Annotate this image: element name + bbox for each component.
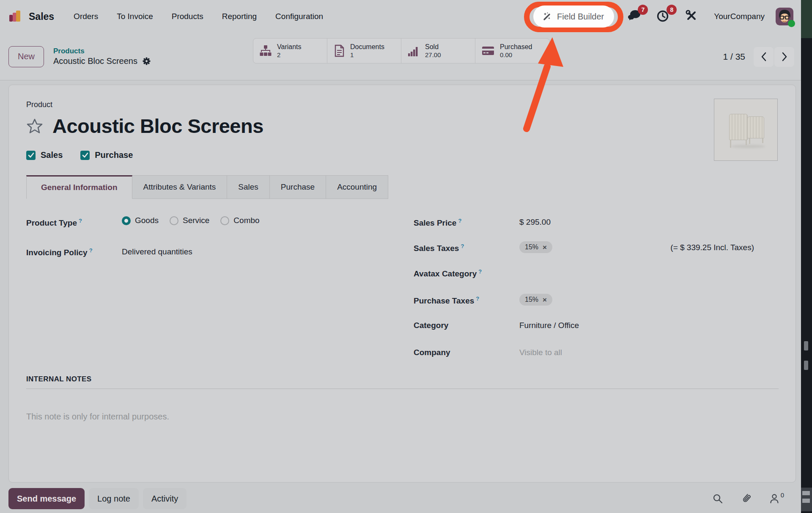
tax-included-note: (= $ 339.25 Incl. Taxes) [670,243,754,252]
checkbox-checked-icon [26,151,36,160]
help-icon[interactable]: ? [79,218,82,224]
label-text: Product Type [26,218,77,227]
tag-label: 15% [525,243,538,251]
new-button[interactable]: New [8,46,44,67]
radio-unselected-icon [170,216,178,225]
checkbox-label: Purchase [95,150,133,160]
nav-orders[interactable]: Orders [74,12,98,21]
sales-tax-tag[interactable]: 15% × [519,241,552,253]
stat-value: 27.00 [425,51,441,58]
topbar-right: Field Builder 7 8 [533,6,793,28]
send-message-button[interactable]: Send message [8,488,85,509]
breadcrumb-parent[interactable]: Products [53,47,151,55]
apps-menu-icon[interactable] [8,9,23,24]
tag-remove-icon[interactable]: × [543,296,547,303]
stat-label: Purchased [500,43,532,51]
stat-label: Documents [350,43,384,51]
followers-button[interactable]: 0 [769,493,784,504]
activity-button[interactable]: Activity [143,488,187,509]
internal-notes-heading: INTERNAL NOTES [26,375,779,383]
field-label-company: Company [414,346,519,357]
pager-previous-button[interactable] [754,47,774,67]
general-information-panel: Product Type? Goods Service [26,216,779,356]
help-icon[interactable]: ? [461,243,464,249]
app-name[interactable]: Sales [29,11,54,22]
nav-to-invoice[interactable]: To Invoice [117,12,153,21]
favorite-star-icon[interactable] [26,118,43,135]
label-text: Sales Taxes [414,244,459,253]
tab-purchase[interactable]: Purchase [270,175,326,199]
purchase-tax-tag[interactable]: 15% × [519,294,552,306]
company-name[interactable]: YourCompany [714,12,765,21]
user-avatar[interactable] [776,8,793,25]
nav-reporting[interactable]: Reporting [222,12,257,21]
paperclip-icon [740,493,752,505]
stat-button-sold[interactable]: Sold 27.00 [401,39,475,63]
debug-tools-button[interactable] [685,9,698,24]
document-icon [333,44,345,57]
field-label-avatax-category: Avatax Category? [414,267,519,279]
messages-button[interactable]: 7 [627,9,641,24]
product-name-field[interactable]: Acoustic Bloc Screens [52,114,263,138]
tab-accounting[interactable]: Accounting [326,175,388,199]
activities-badge: 8 [667,5,677,15]
stat-button-documents[interactable]: Documents 1 [327,39,401,63]
label-text: Company [414,348,450,357]
radio-selected-icon [122,216,131,225]
follower-person-icon [769,493,780,504]
attach-files-button[interactable] [740,493,752,505]
field-label-sales-price: Sales Price? [414,216,519,228]
activities-button[interactable]: 8 [656,9,670,24]
stat-value: 0.00 [500,51,532,58]
internal-notes-editor[interactable]: This note is only for internal purposes. [26,412,779,422]
messages-badge: 7 [638,5,648,15]
product-image[interactable] [714,99,778,161]
help-icon[interactable]: ? [458,218,461,224]
radio-combo[interactable]: Combo [220,216,259,225]
gear-icon[interactable] [143,57,151,65]
pager-counter: 1 / 35 [723,52,745,62]
field-builder-label: Field Builder [557,12,604,22]
page: Sales Orders To Invoice Products Reporti… [0,0,812,513]
tag-remove-icon[interactable]: × [543,244,547,251]
chevron-left-icon [760,52,768,62]
field-builder-button[interactable]: Field Builder [533,6,614,28]
radio-label: Combo [233,216,259,225]
help-icon[interactable]: ? [478,268,482,275]
nav-configuration[interactable]: Configuration [275,12,323,21]
sales-price-value[interactable]: $ 295.00 [519,216,551,227]
help-icon[interactable]: ? [89,247,93,254]
category-value[interactable]: Furniture / Office [519,319,579,330]
checkbox-purchase[interactable]: Purchase [80,150,133,160]
background-window-edge [801,0,812,513]
field-label-purchase-taxes: Purchase Taxes? [414,294,519,306]
radio-label: Goods [135,216,159,225]
field-label-invoicing-policy: Invoicing Policy? [26,245,122,257]
checkbox-sales[interactable]: Sales [26,150,63,160]
stat-button-purchased[interactable]: Purchased 0.00 [475,39,549,63]
search-messages-button[interactable] [712,493,723,504]
radio-goods[interactable]: Goods [122,216,159,225]
invoicing-policy-value[interactable]: Delivered quantities [122,245,192,256]
nav-products[interactable]: Products [172,12,203,21]
pager-next-button[interactable] [774,47,794,67]
tab-sales[interactable]: Sales [227,175,270,199]
radio-service[interactable]: Service [170,216,209,225]
help-icon[interactable]: ? [476,295,479,302]
field-label-sales-taxes: Sales Taxes? [414,241,519,253]
odoo-window: Sales Orders To Invoice Products Reporti… [0,0,801,513]
stat-button-variants[interactable]: Variants 2 [253,39,327,63]
tab-general-information[interactable]: General Information [26,175,132,199]
tab-attributes-variants[interactable]: Attributes & Variants [132,175,228,199]
sitemap-icon [259,44,272,57]
divider [26,389,779,389]
stat-value: 1 [350,51,384,58]
log-note-button[interactable]: Log note [89,488,139,509]
product-type-radio-group: Goods Service Combo [122,216,260,225]
stat-label: Variants [277,43,302,51]
bar-chart-icon [407,44,420,57]
followers-count: 0 [781,491,784,499]
online-status-dot [788,20,795,27]
company-value[interactable]: Visible to all [519,346,562,357]
internal-notes-section: INTERNAL NOTES This note is only for int… [26,375,779,422]
